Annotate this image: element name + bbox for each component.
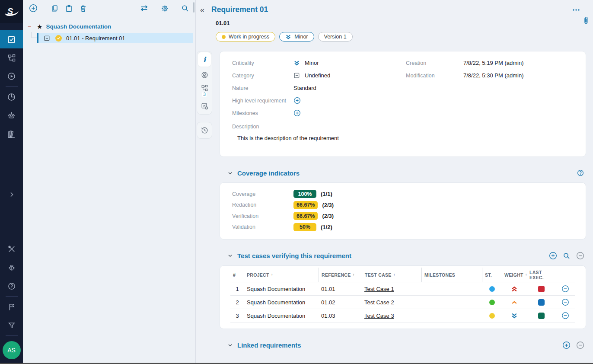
tab-verifying-test-cases[interactable]: 3 <box>198 83 211 98</box>
settings-gear-button[interactable] <box>161 4 169 13</box>
status-badge[interactable]: Work in progress <box>216 32 275 42</box>
status-dot-icon <box>489 300 495 305</box>
detail-tabstrip: i 3 <box>197 51 212 357</box>
collapse-toggle-icon[interactable] <box>26 24 32 29</box>
tree-structure-icon <box>7 54 16 62</box>
version-badge-label: Version 1 <box>324 34 347 40</box>
tools-icon <box>7 245 16 253</box>
unlink-button[interactable] <box>555 282 575 295</box>
add-circle-icon[interactable] <box>293 109 305 117</box>
double-chevron-down-icon <box>293 60 305 66</box>
criticality-badge[interactable]: Minor <box>279 32 314 42</box>
column-project[interactable]: PROJECT↑ <box>244 268 319 282</box>
column-reference[interactable]: REFERENCE↑ <box>319 268 362 282</box>
rail-item-filter[interactable] <box>0 316 23 335</box>
robot-icon <box>7 111 16 120</box>
chevron-down-icon[interactable] <box>227 342 233 348</box>
collapse-circle-icon[interactable] <box>576 252 584 260</box>
column-milestones[interactable]: MILESTONES <box>421 268 482 282</box>
unlink-button[interactable] <box>555 296 575 309</box>
test-case-link[interactable]: Test Case 1 <box>364 286 394 292</box>
badges-row: Work in progress Minor Version 1 <box>216 32 586 42</box>
swap-horizontal-button[interactable] <box>140 4 149 12</box>
rail-divider <box>6 335 18 336</box>
cards-column: Criticality Minor Category <box>220 51 586 357</box>
add-circle-icon[interactable] <box>562 341 571 349</box>
user-avatar[interactable]: AS <box>3 341 21 359</box>
rail-divider <box>6 296 18 297</box>
rail-item-help[interactable] <box>0 277 23 295</box>
test-cases-section-title: Test cases verifying this requirement <box>237 252 351 259</box>
rail-item-documentation[interactable] <box>0 125 23 144</box>
library-books-icon <box>7 130 16 139</box>
nature-value[interactable]: Standard <box>293 85 316 91</box>
criticality-badge-label: Minor <box>294 34 308 40</box>
nature-label: Nature <box>232 85 293 91</box>
paste-button[interactable] <box>65 4 73 13</box>
unlink-button[interactable] <box>555 309 575 322</box>
row-reference: 01.02 <box>319 296 362 309</box>
chevron-right-icon <box>8 191 15 198</box>
coverage-percent-badge: 50% <box>293 223 316 231</box>
rail-item-campaigns[interactable] <box>0 67 23 86</box>
tree-scrollbar[interactable] <box>193 2 194 13</box>
squash-logo[interactable]: S <box>0 0 23 23</box>
search-button[interactable] <box>181 4 189 13</box>
rail-item-issues[interactable] <box>0 258 23 277</box>
expander-minus-icon[interactable] <box>44 35 50 42</box>
project-label: Squash Documentation <box>46 23 111 30</box>
table-row: 1 Squash Documentation 01.01 Test Case 1 <box>230 282 575 296</box>
help-circle-icon[interactable] <box>577 169 584 177</box>
more-options-button[interactable] <box>572 9 580 11</box>
copy-button[interactable] <box>51 4 59 13</box>
column-status[interactable]: ST. <box>482 268 502 282</box>
bug-icon <box>7 263 16 272</box>
tabgroup-main: i 3 <box>197 51 212 115</box>
test-cases-section-header: Test cases verifying this requirement <box>227 252 585 260</box>
sort-asc-icon: ↑ <box>271 272 273 277</box>
search-icon[interactable] <box>563 252 571 260</box>
attachments-button[interactable] <box>582 16 590 26</box>
rail-divider <box>6 86 18 87</box>
rail-item-reporting[interactable] <box>0 88 23 106</box>
row-reference: 01.03 <box>319 309 362 322</box>
tab-history[interactable] <box>198 123 211 137</box>
coverage-row-label: Coverage <box>232 191 293 197</box>
add-circle-icon[interactable] <box>293 97 305 104</box>
chevron-down-icon[interactable] <box>227 253 233 259</box>
criticality-value[interactable]: Minor <box>305 60 319 66</box>
row-num: 3 <box>230 309 244 322</box>
tab-executions[interactable] <box>198 99 211 113</box>
delete-button[interactable] <box>79 4 87 13</box>
rail-item-milestones[interactable] <box>0 297 23 316</box>
tree-node-requirement[interactable]: 01.01 - Requirement 01 <box>37 33 193 43</box>
test-case-link[interactable]: Test Case 3 <box>364 313 394 319</box>
rail-expand-chevron[interactable] <box>0 185 23 204</box>
tree-root-project[interactable]: ★ Squash Documentation <box>23 21 195 32</box>
column-weight[interactable]: WEIGHT↑ <box>502 268 527 282</box>
add-node-button[interactable] <box>29 4 38 13</box>
add-circle-icon[interactable] <box>549 252 557 260</box>
rail-item-requirements[interactable] <box>0 30 23 48</box>
description-text[interactable]: This is the description of the requireme… <box>237 135 574 141</box>
column-last-exec[interactable]: LAST EXEC. <box>527 268 555 282</box>
tab-coverage-stats[interactable] <box>198 68 211 82</box>
rail-item-automation[interactable] <box>0 106 23 125</box>
row-project: Squash Documentation <box>244 282 319 295</box>
category-label: Category <box>232 73 293 79</box>
rail-item-administration[interactable] <box>0 239 23 258</box>
test-case-link[interactable]: Test Case 2 <box>364 299 394 306</box>
linked-requirements-title: Linked requirements <box>237 342 301 349</box>
collapse-circle-icon[interactable] <box>576 341 584 349</box>
rail-item-test-cases[interactable] <box>0 48 23 67</box>
tab-information[interactable]: i <box>198 52 211 67</box>
tree-connector-line <box>32 32 37 38</box>
chevron-down-icon[interactable] <box>227 170 233 176</box>
category-value[interactable]: Undefined <box>305 72 330 79</box>
collapse-panel-button[interactable]: « <box>200 6 204 14</box>
weight-very-high-icon <box>502 282 527 295</box>
version-badge[interactable]: Version 1 <box>318 32 353 42</box>
tree-structure-icon <box>201 84 208 92</box>
column-test-case[interactable]: TEST CASE↑ <box>362 268 421 282</box>
status-badge-label: Work in progress <box>229 34 269 40</box>
